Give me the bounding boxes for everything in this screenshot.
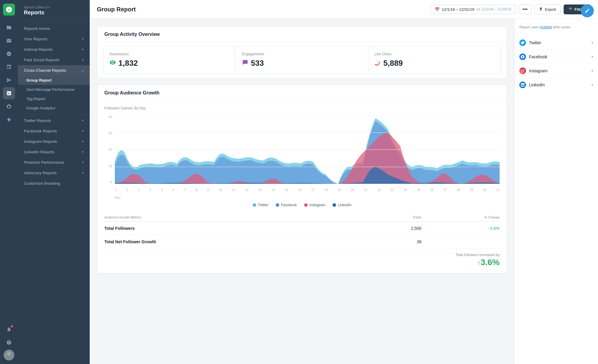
linkedin-icon [519, 82, 526, 88]
user-avatar[interactable] [4, 350, 14, 360]
icon-rail [0, 0, 18, 364]
chevron-down-icon: ▾ [82, 129, 84, 133]
edit-fab-button[interactable] [581, 4, 594, 17]
metric-total-net-growth: 39 [368, 235, 421, 249]
activity-overview-title: Group Activity Overview [97, 26, 507, 42]
chart-inner [115, 115, 500, 184]
sidebar-item-advocacy[interactable]: Advocacy Reports ▾ [18, 168, 90, 178]
network-filter-twitter[interactable]: Twitter ▾ [519, 36, 593, 50]
legend-instagram-label: Instagram [309, 203, 325, 207]
top-bar: Group Report 📅 12/1/19 – 12/31/19 vs 11/… [90, 0, 598, 19]
main-area: Group Report 📅 12/1/19 – 12/31/19 vs 11/… [90, 0, 598, 364]
app-title: Reports [24, 10, 84, 16]
growth-pct: ↑3.6% [104, 258, 500, 267]
chevron-down-icon: ▾ [591, 83, 593, 87]
sidebar: Sprout Coffee Co. Reports Reports Home Y… [18, 0, 90, 364]
company-name: Sprout Coffee Co. [24, 5, 84, 9]
nav-icon-tasks[interactable] [3, 48, 15, 60]
sidebar-item-cross-channel[interactable]: Cross-Channel Reports ▴ [18, 65, 90, 76]
sidebar-sub-item-group-report[interactable]: Group Report [18, 76, 90, 85]
sidebar-item-linkedin-reports[interactable]: LinkedIn Reports ▾ [18, 147, 90, 157]
network-label-linkedin: LinkedIn [529, 82, 545, 87]
audience-growth-title: Group Audience Growth [97, 85, 507, 100]
sidebar-item-your-reports[interactable]: Your Reports ▾ [18, 34, 90, 44]
content-wrapper: Group Activity Overview Impressions 1,83… [90, 19, 598, 364]
network-filter-instagram[interactable]: Instagram ▾ [519, 64, 593, 78]
timezone-link[interactable]: multiple [540, 25, 552, 29]
sidebar-item-internal-reports[interactable]: Internal Reports ▾ [18, 44, 90, 55]
export-label: Export [545, 7, 556, 12]
metric-impressions-value: 1,832 [109, 59, 230, 68]
network-label-instagram: Instagram [529, 68, 547, 73]
more-options-button[interactable]: ••• [519, 4, 532, 14]
sidebar-sub-item-tag-report[interactable]: Tag Report [18, 94, 90, 103]
date-range-button[interactable]: 📅 12/1/19 – 12/31/19 vs 11/1/19 – 11/30/… [430, 5, 516, 14]
legend-twitter: Twitter [253, 203, 269, 207]
logo[interactable] [3, 4, 15, 16]
network-label-facebook: Facebook [529, 54, 547, 59]
chevron-down-icon: ▾ [82, 48, 84, 51]
table-row-net-growth: Total Net Follower Growth 39 [104, 235, 500, 249]
chevron-down-icon: ▾ [82, 140, 84, 143]
nav-icon-bell[interactable] [3, 323, 15, 335]
impressions-icon [109, 59, 116, 67]
sidebar-item-facebook-reports[interactable]: Facebook Reports ▾ [18, 126, 90, 136]
export-icon [539, 7, 543, 12]
footnote-text: Total followers increased by [456, 253, 500, 257]
legend-facebook: Facebook [276, 203, 297, 207]
sidebar-nav: Reports Home Your Reports ▾ Internal Rep… [18, 21, 90, 364]
legend-instagram-dot [304, 203, 308, 207]
filter-icon [568, 7, 573, 12]
legend-linkedin-label: LinkedIn [338, 203, 351, 207]
sidebar-item-twitter-reports[interactable]: Twitter Reports ▾ [18, 115, 90, 126]
sidebar-item-customize[interactable]: Customize Branding [18, 178, 90, 189]
table-row-followers: Total Followers 2,500 ↑3.6% [104, 222, 500, 235]
chart-label: Followers Gained, By Day [104, 106, 500, 110]
chevron-down-icon: ▾ [591, 55, 593, 59]
sidebar-item-reports-home[interactable]: Reports Home [18, 23, 90, 34]
twitter-icon [519, 39, 526, 46]
nav-icon-star[interactable] [3, 114, 15, 126]
legend-linkedin-dot [332, 203, 336, 207]
export-button[interactable]: Export [534, 4, 561, 14]
sidebar-item-instagram-reports[interactable]: Instagram Reports ▾ [18, 136, 90, 147]
nav-icon-inbox[interactable] [3, 35, 15, 47]
col-header-change: % Change [421, 213, 500, 222]
engagements-icon [242, 59, 248, 67]
nav-icon-pin[interactable] [3, 61, 15, 73]
date-range-value: 12/1/19 – 12/31/19 [442, 7, 474, 12]
timezone-note: Report uses multiple time zones [519, 25, 593, 30]
nav-icon-reports[interactable] [3, 87, 15, 99]
sidebar-header: Sprout Coffee Co. Reports [18, 0, 90, 21]
audience-metrics-table: Audience Growth Metrics Totals % Change … [104, 213, 500, 249]
nav-icon-help[interactable] [3, 337, 15, 348]
x-axis-sublabel: Dec [115, 196, 500, 199]
activity-overview-card: Group Activity Overview Impressions 1,83… [97, 26, 507, 79]
nav-icon-folder[interactable] [3, 22, 15, 33]
chevron-down-icon: ▾ [591, 69, 593, 73]
metric-engagements-value: 533 [242, 59, 362, 68]
legend-facebook-dot [276, 203, 279, 207]
sidebar-sub-item-sent-message[interactable]: Sent Message Performance [18, 85, 90, 94]
sidebar-item-pinterest[interactable]: Pinterest Performance ▾ [18, 157, 90, 168]
sidebar-item-paid-social[interactable]: Paid Social Reports ▾ [18, 55, 90, 65]
network-filter-facebook[interactable]: Facebook ▾ [519, 50, 593, 64]
legend-linkedin: LinkedIn [332, 203, 351, 207]
chart-section: Followers Gained, By Day 40 30 20 10 0 [97, 100, 507, 213]
sidebar-sub-item-google-analytics[interactable]: Google Analytics [18, 103, 90, 113]
col-header-totals: Totals [368, 213, 421, 222]
chevron-down-icon: ▾ [82, 58, 84, 62]
network-filter-linkedin[interactable]: LinkedIn ▾ [519, 78, 593, 92]
chevron-down-icon: ▾ [82, 119, 84, 123]
audience-growth-card: Group Audience Growth Followers Gained, … [97, 85, 507, 273]
legend-facebook-label: Facebook [281, 203, 297, 207]
chevron-down-icon: ▾ [82, 171, 84, 175]
grid-lines [115, 115, 500, 184]
nav-icon-bot[interactable] [3, 100, 15, 112]
page-title: Group Report [97, 6, 136, 13]
link-clicks-icon [374, 59, 381, 67]
y-axis: 40 30 20 10 0 [104, 115, 113, 184]
nav-icon-compose[interactable] [3, 74, 15, 86]
chart-legend: Twitter Facebook Instagram LinkedIn [104, 203, 500, 207]
footnote: Total followers increased by [104, 253, 500, 257]
